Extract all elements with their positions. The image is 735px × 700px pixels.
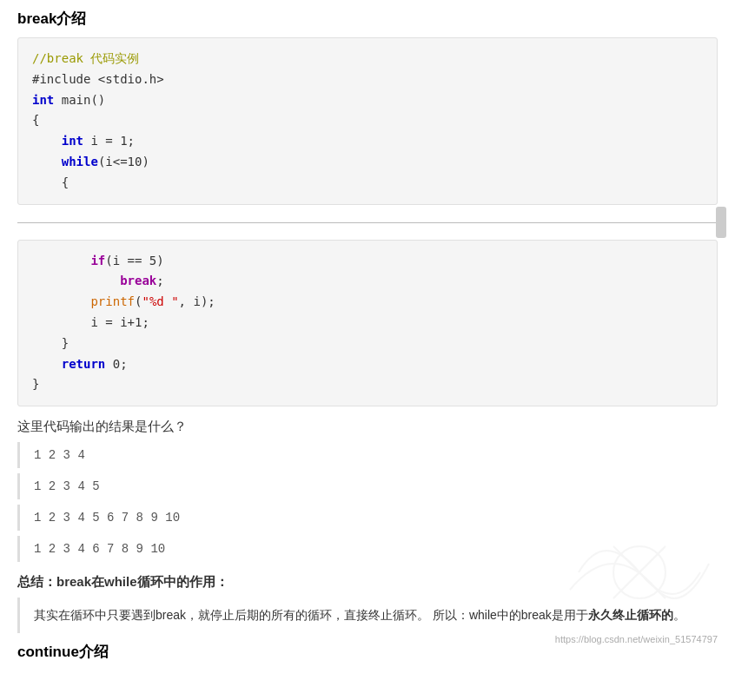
code-kw-while: while [62,155,98,168]
options-list: 1 2 3 4 1 2 3 4 5 1 2 3 4 5 6 7 8 9 10 1… [17,442,718,562]
url-text: https://blog.csdn.net/weixin_51574797 [555,634,718,644]
summary-content: 其实在循环中只要遇到break，就停止后期的所有的循环，直接终止循环。 所以：w… [17,598,718,633]
code-while-cond: (i<=10) [98,155,149,168]
summary-text-part2: 。 [673,608,685,622]
option-3[interactable]: 1 2 3 4 5 6 7 8 9 10 [17,505,718,531]
code-kw-int: int [32,93,54,107]
code-kw-break: break [120,274,156,287]
code-printf-args: , i); [179,294,215,308]
code-format-str: "%d " [142,294,178,308]
option-1[interactable]: 1 2 3 4 [17,442,718,468]
code-var-i: i = 1; [83,134,135,148]
summary-text-part1: 其实在循环中只要遇到break，就停止后期的所有的循环，直接终止循环。 所以：w… [34,608,588,622]
question-text: 这里代码输出的结果是什么？ [17,419,718,435]
page-title: break介绍 [17,9,718,29]
code-main: main() [54,93,105,107]
code-brace-while-close: } [62,336,69,350]
code-brace-open: { [32,113,39,127]
summary-block: 总结：break在while循环中的作用： 其实在循环中只要遇到break，就停… [17,574,718,633]
code-increment: i = i+1; [90,315,149,329]
code-comment: //break 代码实例 [32,51,139,65]
code-include: #include <stdio.h> [32,72,164,86]
code-brace-while-open: { [62,175,69,189]
continue-title: continue介绍 [17,642,718,662]
summary-title: 总结：break在while循环中的作用： [17,574,718,591]
code-brace-main-close: } [32,377,39,391]
code-printf: printf [90,294,135,308]
code-kw-return: return [62,357,106,371]
option-4[interactable]: 1 2 3 4 6 7 8 9 10 [17,536,718,562]
summary-bold: 永久终止循环的 [588,608,673,622]
code-return-val: 0; [105,357,127,371]
code-block-2: if(i == 5) break; printf("%d ", i); i = … [17,240,718,407]
code-kw-if: if [90,254,105,267]
divider-line [17,222,718,223]
code-if-cond: (i == 5) [105,254,163,267]
code-block-1: //break 代码实例 #include <stdio.h> int main… [17,37,718,205]
option-2[interactable]: 1 2 3 4 5 [17,473,718,499]
code-break-semi: ; [156,274,163,287]
scrollbar-thumb[interactable] [716,207,726,238]
code-kw-int2: int [62,134,83,148]
